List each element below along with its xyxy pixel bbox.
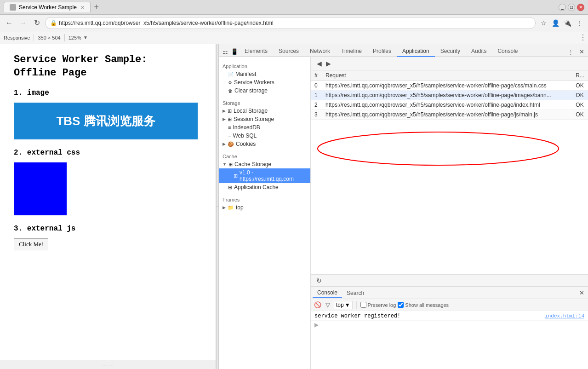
local-storage-label: Local Storage — [234, 108, 268, 114]
grid-icon-local: ⊞ — [228, 108, 232, 114]
toolbar: Responsive 350 × 504 125% ▼ ⋮ — [0, 31, 588, 44]
tab-profiles[interactable]: Profiles — [367, 46, 397, 57]
dropdown-arrow: ▼ — [345, 302, 350, 308]
cell-num: 2 — [311, 100, 322, 110]
table-row[interactable]: 1https://res.imtt.qq.com/qqbrowser_x5/h5… — [311, 91, 588, 100]
profile-button[interactable]: 👤 — [550, 18, 560, 28]
toolbar-left: Responsive 350 × 504 125% ▼ — [0, 34, 578, 41]
responsive-selector[interactable]: Responsive — [4, 35, 30, 40]
page-content: Service Worker Sample: Offline Page 1. i… — [0, 44, 216, 360]
folder-icon-top: 📁 — [228, 205, 234, 211]
show-all-messages-checkbox[interactable]: Show all messages — [398, 302, 449, 308]
table-row[interactable]: 3https://res.imtt.qq.com/qqbrowser_x5/h5… — [311, 110, 588, 120]
sidebar-v1-cache[interactable]: ⊞ v1.0 - https://res.imtt.qq.com — [219, 168, 310, 183]
console-close-button[interactable]: ✕ — [577, 288, 586, 298]
resize-handle[interactable]: — — — [0, 360, 216, 369]
url-text: https://res.imtt.qq.com/qqbrowser_x5/h5/… — [59, 20, 531, 26]
preserve-log-input[interactable] — [360, 302, 366, 308]
tab-elements[interactable]: Elements — [239, 46, 273, 57]
devtools-panel: ⚏ 📱 Elements Sources Network Timeline Pr… — [219, 44, 588, 369]
console-source-link[interactable]: index.html:14 — [545, 313, 584, 319]
tab-title: Service Worker Sample — [19, 4, 77, 11]
tab-timeline[interactable]: Timeline — [336, 46, 367, 57]
nav-icons: ☆ 👤 🔌 ⋮ — [538, 18, 584, 28]
sidebar-app-cache[interactable]: ⊞ Application Cache — [219, 183, 310, 191]
sidebar-indexeddb[interactable]: ≡ IndexedDB — [219, 123, 310, 132]
devtools-dock-button[interactable]: ⚏ — [221, 47, 230, 56]
toolbar-more-button[interactable]: ⋮ — [578, 33, 588, 43]
console-filter-button[interactable]: ▽ — [324, 301, 332, 309]
maximize-button[interactable]: □ — [568, 4, 575, 11]
tab-console[interactable]: Console — [492, 46, 523, 57]
click-me-button[interactable]: Click Me! — [14, 238, 48, 250]
tab-security[interactable]: Security — [435, 46, 466, 57]
sidebar-cache-storage[interactable]: ▼ ⊞ Cache Storage — [219, 160, 310, 168]
console-tab-search[interactable]: Search — [342, 288, 369, 298]
sidebar-item-clear-storage[interactable]: 🗑 Clear storage — [219, 86, 310, 95]
app-cache-label: Application Cache — [234, 184, 279, 190]
console-clear-button[interactable]: 🚫 — [314, 301, 322, 309]
minimize-button[interactable]: _ — [559, 4, 566, 11]
cell-num: 3 — [311, 110, 322, 120]
cell-url: https://res.imtt.qq.com/qqbrowser_x5/h5/… — [322, 100, 572, 110]
zoom-dropdown[interactable]: ▼ — [83, 35, 88, 40]
sidebar-websql[interactable]: ≡ Web SQL — [219, 132, 310, 140]
address-bar[interactable]: 🔒 https://res.imtt.qq.com/qqbrowser_x5/h… — [45, 17, 536, 29]
resize-indicator: — — — [103, 362, 113, 367]
toolbar-separator — [34, 34, 34, 41]
refresh-cache-button[interactable]: ↻ — [314, 276, 324, 285]
sidebar-frames-top[interactable]: ▶ 📁 top — [219, 203, 310, 212]
clear-storage-icon: 🗑 — [228, 88, 233, 93]
forward-button[interactable]: → — [17, 17, 29, 29]
cache-item-icon: ⊞ — [234, 173, 238, 179]
indexeddb-label: IndexedDB — [233, 124, 260, 131]
back-button[interactable]: ← — [4, 17, 15, 29]
sidebar-local-storage[interactable]: ▶ ⊞ Local Storage — [219, 107, 310, 115]
sidebar-cookies[interactable]: ▶ 🍪 Cookies — [219, 140, 310, 148]
extensions-button[interactable]: 🔌 — [562, 18, 572, 28]
nav-forward-button[interactable]: ▶ — [324, 59, 333, 68]
settings-button[interactable]: ⋮ — [574, 18, 584, 28]
devtools-close-button[interactable]: ✕ — [577, 47, 586, 56]
expand-arrow-cookies: ▶ — [223, 142, 226, 146]
devtools-more-button[interactable]: ⋮ — [566, 47, 575, 56]
cache-table-container[interactable]: # Request R... 0https://res.imtt.qq.com/… — [311, 70, 588, 274]
lock-icon: 🔒 — [50, 20, 57, 26]
devtools-tab-icons: ⋮ ✕ — [566, 47, 586, 56]
viewport-size: 350 × 504 — [38, 35, 60, 40]
window-controls: _ □ ✕ — [559, 4, 584, 11]
console-prompt-line: ▶ — [311, 321, 588, 329]
sidebar-item-manifest[interactable]: 📄 Manifest — [219, 70, 310, 78]
section3-heading: 3. external js — [14, 225, 202, 233]
preserve-log-checkbox[interactable]: Preserve log — [360, 302, 396, 308]
browser-tab[interactable]: Service Worker Sample ✕ — [4, 2, 91, 12]
console-message: service worker registered! — [314, 313, 400, 319]
page-title: Service Worker Sample: Offline Page — [14, 53, 202, 80]
sidebar-session-storage[interactable]: ▶ ⊞ Session Storage — [219, 115, 310, 123]
console-context-selector[interactable]: top ▼ — [334, 301, 353, 309]
tab-audits[interactable]: Audits — [466, 46, 492, 57]
new-tab-button[interactable]: + — [91, 2, 102, 12]
clear-storage-label: Clear storage — [234, 87, 268, 94]
devtools-mobile-button[interactable]: 📱 — [230, 47, 239, 56]
tbs-banner: TBS 腾讯浏览服务 — [14, 103, 198, 139]
console-tab-console[interactable]: Console — [313, 288, 342, 298]
preserve-log-label: Preserve log — [368, 302, 396, 308]
sidebar-item-service-workers[interactable]: ⚙ Service Workers — [219, 78, 310, 86]
bookmark-button[interactable]: ☆ — [538, 18, 548, 28]
manifest-label: Manifest — [235, 71, 256, 77]
frames-top-label: top — [236, 204, 244, 211]
tab-network[interactable]: Network — [304, 46, 336, 57]
table-row[interactable]: 0https://res.imtt.qq.com/qqbrowser_x5/h5… — [311, 81, 588, 91]
tab-sources[interactable]: Sources — [273, 46, 304, 57]
table-row[interactable]: 2https://res.imtt.qq.com/qqbrowser_x5/h5… — [311, 100, 588, 110]
tab-application[interactable]: Application — [397, 46, 435, 57]
reload-button[interactable]: ↻ — [31, 17, 42, 29]
console-tab-icons: ✕ — [577, 288, 586, 298]
close-button[interactable]: ✕ — [577, 4, 584, 11]
tab-area: Service Worker Sample ✕ + — [4, 2, 559, 12]
tab-close-button[interactable]: ✕ — [80, 5, 85, 11]
show-all-messages-input[interactable] — [398, 302, 404, 308]
tab-favicon — [10, 4, 16, 11]
nav-back-button[interactable]: ◀ — [314, 59, 324, 68]
